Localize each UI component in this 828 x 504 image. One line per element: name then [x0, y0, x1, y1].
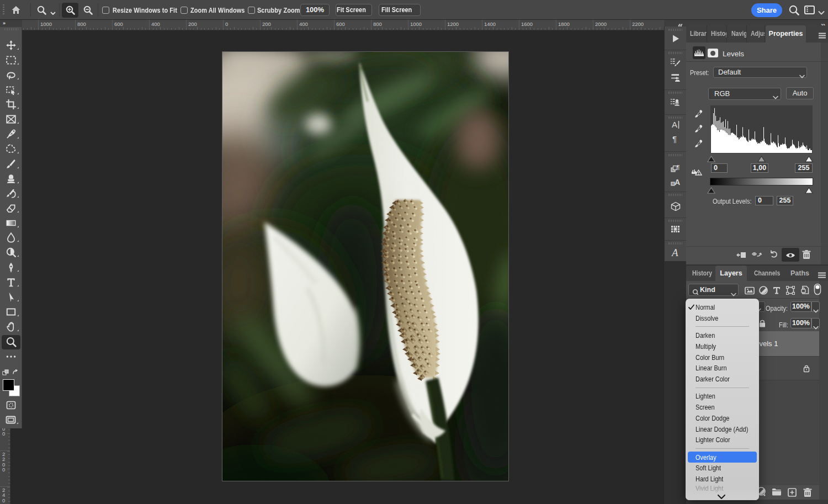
- svg-text:A: A: [672, 120, 677, 129]
- svg-text:¶: ¶: [677, 165, 680, 171]
- svg-text:¶: ¶: [672, 134, 677, 144]
- svg-text:A: A: [671, 247, 678, 258]
- svg-text:A: A: [675, 178, 680, 187]
